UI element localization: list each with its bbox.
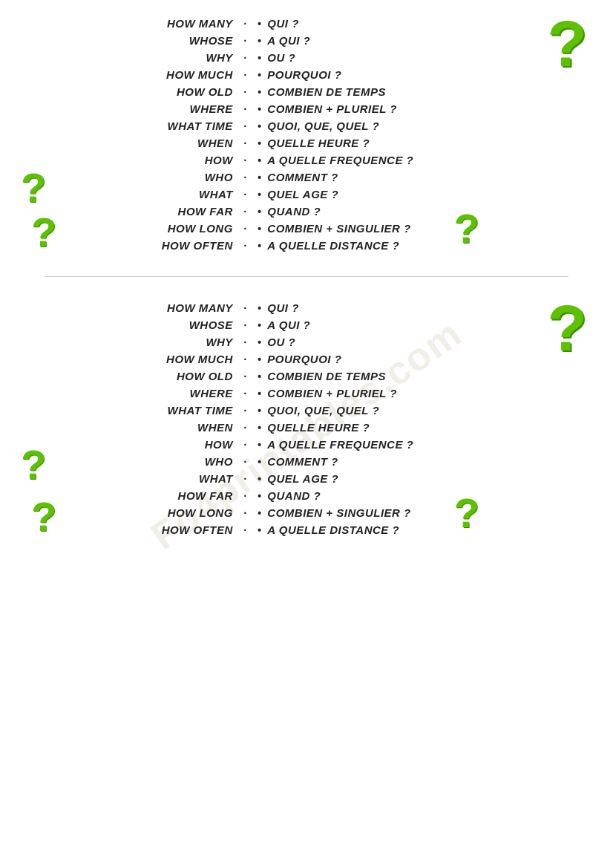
table-row: HOW OLD·COMBIEN DE TEMPS — [0, 83, 613, 100]
english-term: HOW MANY — [0, 299, 233, 316]
table-row: HOW MUCH·POURQUOI ? — [0, 350, 613, 368]
dot-separator: · — [233, 66, 258, 83]
english-term: WHY — [0, 333, 233, 350]
qmark-mid-left2-s2: ? — [31, 496, 56, 538]
english-term: WHEN — [0, 134, 233, 151]
english-term: WHEN — [0, 419, 233, 436]
english-term: HOW OLD — [0, 368, 233, 385]
table-row: HOW OFTEN·A QUELLE DISTANCE ? — [0, 521, 613, 538]
french-term: A QUELLE DISTANCE ? — [258, 237, 613, 254]
french-term: QUOI, QUE, QUEL ? — [258, 117, 613, 134]
table-row: WHOSE·A QUI ? — [0, 32, 613, 49]
dot-separator: · — [233, 117, 258, 134]
french-term: QUELLE HEURE ? — [258, 419, 613, 436]
table-row: HOW MANY·QUI ? — [0, 15, 613, 32]
table-row: WHY·OU ? — [0, 333, 613, 350]
french-term: A QUELLE FREQUENCE ? — [258, 436, 613, 453]
table-row: HOW FAR·QUAND ? — [0, 487, 613, 504]
dot-separator: · — [233, 299, 258, 316]
qmark-mid-left2-s1: ? — [31, 212, 56, 253]
french-term: COMBIEN DE TEMPS — [258, 368, 613, 385]
dot-separator: · — [233, 504, 258, 521]
dot-separator: · — [233, 49, 258, 66]
english-term: HOW OLD — [0, 83, 233, 100]
dot-separator: · — [233, 83, 258, 100]
french-term: A QUELLE DISTANCE ? — [258, 521, 613, 538]
english-term: WHY — [0, 49, 233, 66]
table-row: WHO·COMMENT ? — [0, 453, 613, 470]
english-term: HOW MUCH — [0, 66, 233, 83]
dot-separator: · — [233, 15, 258, 32]
english-term: WHAT TIME — [0, 402, 233, 419]
table-row: HOW OFTEN·A QUELLE DISTANCE ? — [0, 237, 613, 254]
dot-separator: · — [233, 220, 258, 237]
french-term: COMMENT ? — [258, 453, 613, 470]
table-row: HOW FAR·QUAND ? — [0, 203, 613, 220]
french-term: QUELLE HEURE ? — [258, 134, 613, 151]
french-term: COMBIEN + singulier ? — [258, 504, 613, 521]
dot-separator: · — [233, 333, 258, 350]
table-row: WHERE·COMBIEN + pluriel ? — [0, 385, 613, 402]
qmark-mid-right-s1: ? — [454, 208, 479, 249]
qmark-mid-left-s2: ? — [21, 444, 46, 486]
dot-separator: · — [233, 151, 258, 169]
english-term: WHERE — [0, 385, 233, 402]
table-row: HOW LONG·COMBIEN + singulier ? — [0, 220, 613, 237]
french-term: COMBIEN + pluriel ? — [258, 385, 613, 402]
section-divider — [45, 276, 568, 277]
table-row: HOW MUCH·POURQUOI ? — [0, 66, 613, 83]
table-row: WHO·COMMENT ? — [0, 169, 613, 186]
table-row: WHY·OU ? — [0, 49, 613, 66]
english-term: WHOSE — [0, 316, 233, 333]
french-term: COMBIEN + pluriel ? — [258, 100, 613, 117]
french-term: QUAND ? — [258, 487, 613, 504]
dot-separator: · — [233, 402, 258, 419]
table-row: WHAT TIME·QUOI, QUE, QUEL ? — [0, 402, 613, 419]
english-term: HOW MUCH — [0, 350, 233, 368]
dot-separator: · — [233, 134, 258, 151]
qmark-top-right-s1: ? — [547, 11, 587, 76]
table-row: HOW·A QUELLE FREQUENCE ? — [0, 151, 613, 169]
dot-separator: · — [233, 237, 258, 254]
dot-separator: · — [233, 32, 258, 49]
dot-separator: · — [233, 203, 258, 220]
french-term: QUAND ? — [258, 203, 613, 220]
table-row: WHAT TIME·QUOI, QUE, QUEL ? — [0, 117, 613, 134]
dot-separator: · — [233, 453, 258, 470]
qmark-top-right-s2: ? — [547, 296, 587, 361]
dot-separator: · — [233, 385, 258, 402]
section-2: ? ? ? ? HOW MANY·QUI ?WHOSE·A QUI ?WHY·O… — [0, 284, 613, 553]
dot-separator: · — [233, 186, 258, 203]
table-row: HOW LONG·COMBIEN + singulier ? — [0, 504, 613, 521]
table-row: WHEN·QUELLE HEURE ? — [0, 134, 613, 151]
french-term: COMBIEN DE TEMPS — [258, 83, 613, 100]
dot-separator: · — [233, 169, 258, 186]
french-term: A QUELLE FREQUENCE ? — [258, 151, 613, 169]
french-term: COMMENT ? — [258, 169, 613, 186]
french-term: QUOI, QUE, QUEL ? — [258, 402, 613, 419]
matching-table-1: HOW MANY·QUI ?WHOSE·A QUI ?WHY·OU ?HOW M… — [0, 15, 613, 254]
dot-separator: · — [233, 100, 258, 117]
table-row: WHEN·QUELLE HEURE ? — [0, 419, 613, 436]
section-1: ? ? ? ? HOW MANY·QUI ?WHOSE·A QUI ?WHY·O… — [0, 0, 613, 269]
table-row: WHERE·COMBIEN + pluriel ? — [0, 100, 613, 117]
french-term: QUEL AGE ? — [258, 186, 613, 203]
table-row: WHAT·QUEL AGE ? — [0, 186, 613, 203]
dot-separator: · — [233, 316, 258, 333]
table-row: WHAT·QUEL AGE ? — [0, 470, 613, 487]
dot-separator: · — [233, 521, 258, 538]
dot-separator: · — [233, 436, 258, 453]
french-term: COMBIEN + singulier ? — [258, 220, 613, 237]
french-term: QUEL AGE ? — [258, 470, 613, 487]
english-term: WHOSE — [0, 32, 233, 49]
english-term: WHAT TIME — [0, 117, 233, 134]
dot-separator: · — [233, 368, 258, 385]
table-row: HOW·A QUELLE FREQUENCE ? — [0, 436, 613, 453]
dot-separator: · — [233, 487, 258, 504]
english-term: WHERE — [0, 100, 233, 117]
matching-table-2: HOW MANY·QUI ?WHOSE·A QUI ?WHY·OU ?HOW M… — [0, 299, 613, 538]
dot-separator: · — [233, 470, 258, 487]
qmark-mid-right-s2: ? — [454, 492, 479, 534]
qmark-mid-left-s1: ? — [21, 167, 46, 209]
english-term: HOW MANY — [0, 15, 233, 32]
